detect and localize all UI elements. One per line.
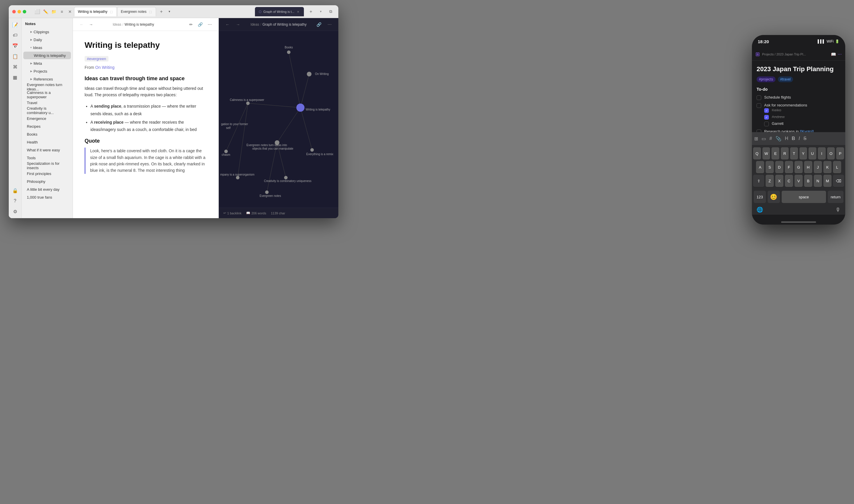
sidebar-label: Emergence: [27, 116, 46, 121]
sidebar-item-what-if[interactable]: What if it were easy: [23, 146, 71, 154]
sidebar-toggle-icon[interactable]: ⬜: [33, 7, 41, 16]
chevron-down-icon: ▾: [30, 46, 32, 49]
section1-body: Ideas can travel through time and space …: [85, 85, 207, 98]
sort-icon[interactable]: ≡: [58, 7, 66, 16]
link-icon[interactable]: 🔗: [196, 20, 204, 29]
sidebar-item-meta[interactable]: ▶ Meta: [23, 59, 71, 67]
sidebar-label: Recipes: [27, 124, 40, 129]
svg-point-11: [287, 51, 291, 54]
tab-writing-telepathy[interactable]: Writing is telepathy ⬚: [74, 7, 117, 16]
edit-icon[interactable]: ✏: [187, 20, 195, 29]
sidebar-item-philosophy[interactable]: Philosophy: [23, 178, 71, 185]
forward-button[interactable]: →: [87, 20, 95, 29]
chars-count: 1139 char: [271, 212, 285, 215]
note-tag[interactable]: #evergreen: [85, 56, 109, 61]
new-note-icon[interactable]: ✏️: [41, 7, 50, 16]
tab-close-icon[interactable]: ⬚: [109, 10, 113, 14]
sidebar-item-emergence[interactable]: Emergence: [23, 115, 71, 122]
sidebar-item-evergreen[interactable]: Evergreen notes turn ideas...: [23, 83, 71, 91]
nav-notes-icon[interactable]: 📝: [11, 20, 20, 29]
svg-point-25: [224, 150, 228, 153]
sidebar: 📝 🏷 📅 📋 ⌘ ▦ 🔒 ? ⚙ Notes ▶ Clip: [9, 18, 73, 218]
tab-close-icon[interactable]: ⬚: [148, 10, 152, 14]
chevron-right-icon: ▶: [30, 70, 32, 73]
note-from: From On Writing: [85, 65, 207, 70]
toolbar-nav: ← →: [77, 20, 95, 29]
nav-files-icon[interactable]: 📋: [11, 52, 20, 61]
sidebar-item-calmness[interactable]: Calmness is a superpower: [23, 91, 71, 98]
new-graph-tab-button[interactable]: +: [307, 7, 315, 16]
sidebar-item-travel[interactable]: Travel: [23, 99, 71, 106]
sidebar-item-ideas[interactable]: ▾ Ideas: [23, 44, 71, 51]
sidebar-item-little-bit[interactable]: A little bit every day: [23, 185, 71, 193]
sidebar-item-recipes[interactable]: Recipes: [23, 123, 71, 130]
bullet-list: A sending place, a transmission place — …: [85, 103, 207, 133]
breadcrumb-separator: /: [123, 22, 123, 26]
toolbar-actions: ✏ 🔗 ⋯: [187, 20, 214, 29]
breadcrumb-parent: Ideas: [113, 22, 121, 26]
sidebar-item-books[interactable]: Books: [23, 130, 71, 138]
graph-forward-button[interactable]: →: [234, 20, 242, 29]
section2-title: Quote: [85, 138, 207, 144]
words-label: 206 words: [251, 212, 266, 215]
svg-text:Calmness is a superpower: Calmness is a superpower: [230, 98, 264, 102]
sidebar-item-1000-fans[interactable]: 1,000 true fans: [23, 193, 71, 201]
nav-widgets-icon[interactable]: ▦: [11, 73, 20, 82]
sidebar-item-writing-telepathy[interactable]: Writing is telepathy: [23, 52, 71, 59]
nav-tags-icon[interactable]: 🏷: [11, 31, 20, 40]
breadcrumb: Ideas / Writing is telepathy: [113, 22, 154, 26]
minimize-button[interactable]: [18, 10, 21, 14]
svg-text:Everything is a remix: Everything is a remix: [306, 152, 333, 156]
sidebar-item-first-principles[interactable]: First principles: [23, 170, 71, 177]
graph-tab-dropdown[interactable]: ▾: [317, 7, 325, 16]
tab-dropdown-icon[interactable]: ▾: [165, 7, 174, 16]
sidebar-item-creativity[interactable]: Creativity is combinatory u...: [23, 107, 71, 114]
graph-area[interactable]: Books On Writing Calmness is a superpowe…: [219, 31, 338, 208]
graph-breadcrumb-parent: Ideas: [251, 22, 259, 26]
nav-terminal-icon[interactable]: ⌘: [11, 62, 20, 71]
tab-group-left: ⬜ ✏️ 📁 ≡ ✕ Writing is telepathy ⬚ Evergr…: [33, 7, 250, 16]
svg-text:Books: Books: [285, 46, 293, 49]
more-icon[interactable]: ⋯: [206, 20, 214, 29]
sidebar-item-projects[interactable]: ▶ Projects: [23, 67, 71, 75]
sidebar-label: 1,000 true fans: [27, 195, 52, 199]
nav-settings-icon[interactable]: ⚙: [11, 207, 20, 216]
close-sidebar-icon[interactable]: ✕: [66, 7, 74, 16]
sidebar-item-daily[interactable]: ▶ Daily: [23, 36, 71, 43]
sidebar-label: Calmness is a superpower: [27, 90, 67, 99]
nav-calendar-icon[interactable]: 📅: [11, 41, 20, 50]
new-tab-button[interactable]: +: [157, 7, 165, 16]
svg-text:chasm: chasm: [222, 153, 230, 156]
breadcrumb-current: Writing is telepathy: [125, 22, 154, 26]
svg-point-15: [246, 102, 250, 105]
svg-point-31: [265, 191, 269, 194]
graph-more-icon[interactable]: ⋯: [326, 20, 334, 29]
nav-help-icon[interactable]: ?: [11, 197, 20, 205]
sidebar-item-references[interactable]: ▶ References: [23, 75, 71, 83]
sidebar-label: Books: [27, 132, 37, 137]
folder-icon[interactable]: 📁: [50, 7, 58, 16]
sidebar-item-health[interactable]: Health: [23, 138, 71, 146]
graph-back-button[interactable]: ←: [223, 20, 232, 29]
graph-link-icon[interactable]: 🔗: [315, 20, 323, 29]
chevron-right-icon: ▶: [30, 30, 32, 33]
tab-graph[interactable]: ⬡ Graph of Writing is t... ✕: [255, 7, 304, 16]
svg-text:self: self: [226, 126, 231, 129]
sidebar-item-clippings[interactable]: ▶ Clippings: [23, 28, 71, 36]
sidebar-label: Ideas: [33, 46, 42, 50]
back-button[interactable]: ←: [77, 20, 86, 29]
close-button[interactable]: [12, 10, 16, 14]
split-view-icon[interactable]: ⧉: [327, 7, 335, 16]
sidebar-item-tools[interactable]: Tools: [23, 154, 71, 162]
maximize-button[interactable]: [23, 10, 26, 14]
sidebar-label: Tools: [27, 156, 36, 160]
from-label: From: [85, 65, 94, 70]
from-link[interactable]: On Writing: [95, 65, 115, 70]
graph-breadcrumb-current: Graph of Writing is telepathy: [262, 22, 307, 26]
sidebar-item-specialization[interactable]: Specialization is for insects: [23, 162, 71, 169]
nav-lock-icon[interactable]: 🔒: [11, 186, 20, 195]
note-content: Writing is telepathy #evergreen From On …: [73, 31, 218, 218]
graph-tab-close[interactable]: ✕: [296, 10, 300, 14]
graph-breadcrumb-sep: /: [260, 22, 261, 26]
tab-evergreen-notes[interactable]: Evergreen notes ⬚: [117, 7, 156, 16]
